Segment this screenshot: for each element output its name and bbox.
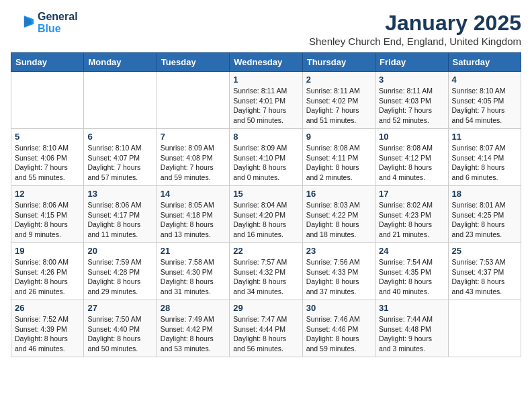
day-number: 28 — [161, 303, 226, 313]
calendar-cell: 8Sunrise: 8:09 AM Sunset: 4:10 PM Daylig… — [230, 129, 302, 186]
day-info: Sunrise: 8:00 AM Sunset: 4:26 PM Dayligh… — [15, 257, 80, 297]
day-info: Sunrise: 8:11 AM Sunset: 4:01 PM Dayligh… — [233, 86, 298, 126]
weekday-header-sunday: Sunday — [11, 53, 84, 72]
title-section: January 2025 Shenley Church End, England… — [309, 11, 521, 47]
calendar-cell: 19Sunrise: 8:00 AM Sunset: 4:26 PM Dayli… — [11, 243, 84, 300]
day-number: 23 — [306, 246, 371, 256]
week-row-2: 5Sunrise: 8:10 AM Sunset: 4:06 PM Daylig… — [11, 129, 521, 186]
day-number: 7 — [161, 132, 226, 142]
calendar-cell: 16Sunrise: 8:03 AM Sunset: 4:22 PM Dayli… — [302, 186, 375, 243]
calendar-cell: 17Sunrise: 8:02 AM Sunset: 4:23 PM Dayli… — [375, 186, 448, 243]
calendar-cell: 7Sunrise: 8:09 AM Sunset: 4:08 PM Daylig… — [157, 129, 229, 186]
weekday-header-tuesday: Tuesday — [157, 53, 229, 72]
day-number: 4 — [452, 75, 517, 85]
calendar-cell: 1Sunrise: 8:11 AM Sunset: 4:01 PM Daylig… — [230, 72, 302, 129]
day-info: Sunrise: 8:06 AM Sunset: 4:17 PM Dayligh… — [87, 200, 152, 240]
day-info: Sunrise: 7:49 AM Sunset: 4:42 PM Dayligh… — [161, 314, 226, 354]
day-info: Sunrise: 7:52 AM Sunset: 4:39 PM Dayligh… — [15, 314, 80, 354]
day-number: 9 — [306, 132, 371, 142]
day-info: Sunrise: 8:10 AM Sunset: 4:05 PM Dayligh… — [452, 86, 517, 126]
calendar-cell: 2Sunrise: 8:11 AM Sunset: 4:02 PM Daylig… — [302, 72, 375, 129]
day-info: Sunrise: 7:44 AM Sunset: 4:48 PM Dayligh… — [379, 314, 444, 354]
day-number: 8 — [233, 132, 298, 142]
day-info: Sunrise: 7:47 AM Sunset: 4:44 PM Dayligh… — [233, 314, 298, 354]
day-info: Sunrise: 8:11 AM Sunset: 4:03 PM Dayligh… — [379, 86, 444, 126]
day-number: 30 — [306, 303, 371, 313]
day-info: Sunrise: 8:03 AM Sunset: 4:22 PM Dayligh… — [306, 200, 371, 240]
calendar-cell: 10Sunrise: 8:08 AM Sunset: 4:12 PM Dayli… — [375, 129, 448, 186]
calendar-cell: 15Sunrise: 8:04 AM Sunset: 4:20 PM Dayli… — [230, 186, 302, 243]
day-number: 3 — [379, 75, 444, 85]
day-number: 26 — [15, 303, 80, 313]
day-number: 6 — [87, 132, 152, 142]
day-info: Sunrise: 8:10 AM Sunset: 4:06 PM Dayligh… — [15, 143, 80, 183]
weekday-header-saturday: Saturday — [448, 53, 521, 72]
calendar-cell: 21Sunrise: 7:58 AM Sunset: 4:30 PM Dayli… — [157, 243, 229, 300]
calendar-cell — [11, 72, 84, 129]
day-number: 16 — [306, 189, 371, 199]
calendar-cell: 5Sunrise: 8:10 AM Sunset: 4:06 PM Daylig… — [11, 129, 84, 186]
month-title: January 2025 — [309, 11, 521, 36]
day-number: 1 — [233, 75, 298, 85]
day-info: Sunrise: 8:04 AM Sunset: 4:20 PM Dayligh… — [233, 200, 298, 240]
day-info: Sunrise: 8:08 AM Sunset: 4:12 PM Dayligh… — [379, 143, 444, 183]
calendar-cell: 6Sunrise: 8:10 AM Sunset: 4:07 PM Daylig… — [84, 129, 157, 186]
day-number: 25 — [452, 246, 517, 256]
day-number: 29 — [233, 303, 298, 313]
day-number: 12 — [15, 189, 80, 199]
week-row-4: 19Sunrise: 8:00 AM Sunset: 4:26 PM Dayli… — [11, 243, 521, 300]
calendar-cell: 14Sunrise: 8:05 AM Sunset: 4:18 PM Dayli… — [157, 186, 229, 243]
week-row-3: 12Sunrise: 8:06 AM Sunset: 4:15 PM Dayli… — [11, 186, 521, 243]
day-info: Sunrise: 8:11 AM Sunset: 4:02 PM Dayligh… — [306, 86, 371, 126]
week-row-1: 1Sunrise: 8:11 AM Sunset: 4:01 PM Daylig… — [11, 72, 521, 129]
day-info: Sunrise: 8:09 AM Sunset: 4:10 PM Dayligh… — [233, 143, 298, 183]
day-number: 14 — [161, 189, 226, 199]
calendar-cell: 13Sunrise: 8:06 AM Sunset: 4:17 PM Dayli… — [84, 186, 157, 243]
day-info: Sunrise: 8:08 AM Sunset: 4:11 PM Dayligh… — [306, 143, 371, 183]
day-info: Sunrise: 8:09 AM Sunset: 4:08 PM Dayligh… — [161, 143, 226, 183]
day-number: 21 — [161, 246, 226, 256]
day-info: Sunrise: 7:50 AM Sunset: 4:40 PM Dayligh… — [87, 314, 152, 354]
day-number: 20 — [87, 246, 152, 256]
day-number: 31 — [379, 303, 444, 313]
page-header: General Blue January 2025 Shenley Church… — [11, 11, 521, 47]
weekday-header-friday: Friday — [375, 53, 448, 72]
calendar-cell: 3Sunrise: 8:11 AM Sunset: 4:03 PM Daylig… — [375, 72, 448, 129]
calendar-cell: 31Sunrise: 7:44 AM Sunset: 4:48 PM Dayli… — [375, 300, 448, 357]
day-number: 19 — [15, 246, 80, 256]
calendar-cell: 25Sunrise: 7:53 AM Sunset: 4:37 PM Dayli… — [448, 243, 521, 300]
week-row-5: 26Sunrise: 7:52 AM Sunset: 4:39 PM Dayli… — [11, 300, 521, 357]
day-info: Sunrise: 7:46 AM Sunset: 4:46 PM Dayligh… — [306, 314, 371, 354]
calendar-cell: 30Sunrise: 7:46 AM Sunset: 4:46 PM Dayli… — [302, 300, 375, 357]
day-number: 13 — [87, 189, 152, 199]
day-info: Sunrise: 7:54 AM Sunset: 4:35 PM Dayligh… — [379, 257, 444, 297]
weekday-header-monday: Monday — [84, 53, 157, 72]
day-number: 10 — [379, 132, 444, 142]
day-info: Sunrise: 8:01 AM Sunset: 4:25 PM Dayligh… — [452, 200, 517, 240]
day-info: Sunrise: 7:58 AM Sunset: 4:30 PM Dayligh… — [161, 257, 226, 297]
calendar-cell: 11Sunrise: 8:07 AM Sunset: 4:14 PM Dayli… — [448, 129, 521, 186]
logo-icon — [11, 11, 35, 35]
day-info: Sunrise: 8:05 AM Sunset: 4:18 PM Dayligh… — [161, 200, 226, 240]
day-number: 15 — [233, 189, 298, 199]
day-number: 18 — [452, 189, 517, 199]
weekday-header-row: SundayMondayTuesdayWednesdayThursdayFrid… — [11, 53, 521, 72]
calendar-table: SundayMondayTuesdayWednesdayThursdayFrid… — [11, 52, 521, 357]
day-number: 22 — [233, 246, 298, 256]
weekday-header-wednesday: Wednesday — [230, 53, 302, 72]
calendar-cell: 22Sunrise: 7:57 AM Sunset: 4:32 PM Dayli… — [230, 243, 302, 300]
day-info: Sunrise: 8:06 AM Sunset: 4:15 PM Dayligh… — [15, 200, 80, 240]
day-number: 5 — [15, 132, 80, 142]
day-number: 17 — [379, 189, 444, 199]
day-info: Sunrise: 7:56 AM Sunset: 4:33 PM Dayligh… — [306, 257, 371, 297]
calendar-cell — [157, 72, 229, 129]
day-number: 24 — [379, 246, 444, 256]
day-info: Sunrise: 7:57 AM Sunset: 4:32 PM Dayligh… — [233, 257, 298, 297]
calendar-cell: 27Sunrise: 7:50 AM Sunset: 4:40 PM Dayli… — [84, 300, 157, 357]
calendar-cell: 29Sunrise: 7:47 AM Sunset: 4:44 PM Dayli… — [230, 300, 302, 357]
calendar-cell: 26Sunrise: 7:52 AM Sunset: 4:39 PM Dayli… — [11, 300, 84, 357]
calendar-cell: 9Sunrise: 8:08 AM Sunset: 4:11 PM Daylig… — [302, 129, 375, 186]
location: Shenley Church End, England, United King… — [309, 36, 521, 47]
day-number: 27 — [87, 303, 152, 313]
calendar-cell: 12Sunrise: 8:06 AM Sunset: 4:15 PM Dayli… — [11, 186, 84, 243]
